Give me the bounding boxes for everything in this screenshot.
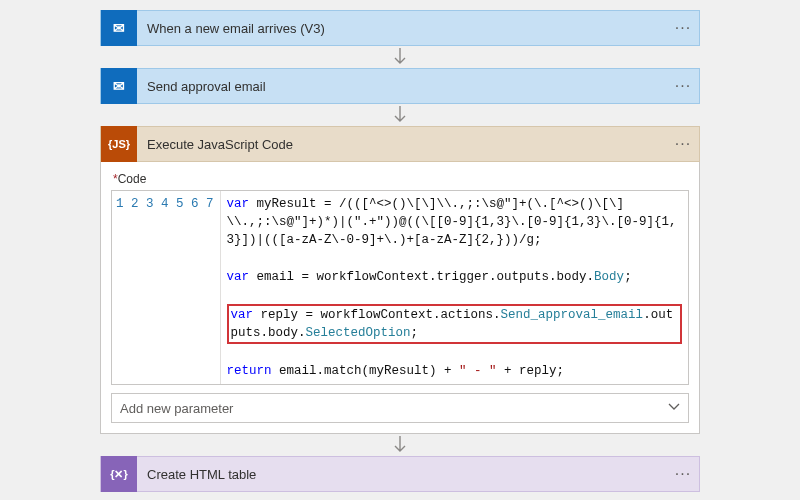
outlook-icon: ✉ <box>101 10 137 46</box>
highlighted-code-line: var reply = workflowContext.actions.Send… <box>227 304 682 344</box>
flow-arrow <box>100 434 700 456</box>
step-when-email-arrives[interactable]: ✉ When a new email arrives (V3) ··· <box>100 10 700 46</box>
step-menu-button[interactable]: ··· <box>667 19 699 37</box>
step-title: Execute JavaScript Code <box>137 137 667 152</box>
javascript-icon: {JS} <box>101 126 137 162</box>
code-field-label: *Code <box>113 172 689 186</box>
step-execute-javascript[interactable]: {JS} Execute JavaScript Code ··· <box>100 126 700 162</box>
outlook-icon: ✉ <box>101 68 137 104</box>
step-title: Create HTML table <box>137 467 667 482</box>
line-number-gutter: 1 2 3 4 5 6 7 <box>112 191 221 384</box>
flow-arrow <box>100 46 700 68</box>
code-editor[interactable]: 1 2 3 4 5 6 7 var myResult = /(([^<>()\[… <box>111 190 689 385</box>
add-parameter-label: Add new parameter <box>120 401 233 416</box>
step-title: When a new email arrives (V3) <box>137 21 667 36</box>
chevron-down-icon <box>668 401 680 416</box>
step-menu-button[interactable]: ··· <box>667 135 699 153</box>
step-title: Send approval email <box>137 79 667 94</box>
javascript-code-panel: *Code 1 2 3 4 5 6 7 var myResult = /(([^… <box>100 162 700 434</box>
step-send-approval-email[interactable]: ✉ Send approval email ··· <box>100 68 700 104</box>
code-content[interactable]: var myResult = /(([^<>()\[\]\\.,;:\s@"]+… <box>221 191 688 384</box>
step-create-html-table[interactable]: {✕} Create HTML table ··· <box>100 456 700 492</box>
table-icon: {✕} <box>101 456 137 492</box>
step-menu-button[interactable]: ··· <box>667 77 699 95</box>
step-menu-button[interactable]: ··· <box>667 465 699 483</box>
add-new-parameter-dropdown[interactable]: Add new parameter <box>111 393 689 423</box>
flow-arrow <box>100 104 700 126</box>
